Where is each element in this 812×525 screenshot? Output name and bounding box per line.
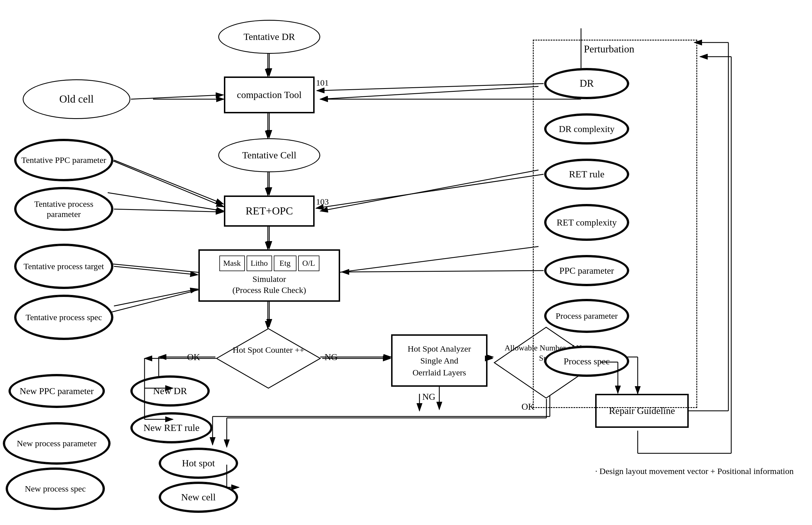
- svg-line-56: [316, 174, 544, 208]
- svg-line-58: [131, 95, 223, 99]
- hot-spot-analyzer-label: Hot Spot Analyzer: [408, 343, 471, 355]
- svg-line-26: [320, 170, 538, 211]
- label-101: 101: [316, 78, 329, 88]
- dr-complexity-node: DR complexity: [544, 113, 629, 145]
- svg-line-62: [114, 289, 198, 306]
- mask-box: Mask: [219, 256, 245, 271]
- new-ret-rule-node: New RET rule: [130, 412, 212, 444]
- svg-marker-32: [217, 329, 320, 388]
- footnote-label: · Design layout movement vector + Positi…: [595, 465, 794, 477]
- simulator-subtitle-label: (Process Rule Check): [232, 284, 306, 296]
- ng2-label: NG: [422, 391, 435, 403]
- ol-box: O/L: [298, 256, 320, 271]
- tentative-dr-node: Tentative DR: [218, 20, 320, 54]
- ret-complexity-node: RET complexity: [544, 204, 629, 241]
- svg-line-21: [108, 159, 224, 207]
- hot-spot-counter-node: Hot Spot Counter ++: [216, 327, 322, 390]
- svg-line-55: [317, 84, 544, 91]
- new-ppc-param-node: New PPC parameter: [9, 374, 105, 408]
- hot-spot-counter-label: Hot Spot Counter ++: [224, 344, 313, 355]
- hot-spot-single-label: Single And: [408, 355, 471, 366]
- svg-line-27: [320, 246, 538, 275]
- tentative-process-param-node: Tentative process parameter: [14, 187, 113, 231]
- new-dr-node: New DR: [130, 375, 210, 407]
- footnote-line1: · Design layout movement vector + Positi…: [595, 465, 794, 477]
- hot-spot-analyzer-node: Hot Spot Analyzer Single And Oerrlaid La…: [391, 334, 487, 387]
- hot-spot-node: Hot spot: [159, 448, 238, 479]
- compaction-tool-node: compaction Tool: [224, 76, 314, 113]
- tentative-process-spec-node: Tentative process spec: [14, 295, 113, 340]
- simulator-node: Mask Litho Etg O/L Simulator (Process Ru…: [198, 249, 340, 302]
- tentative-process-target-node: Tentative process target: [14, 244, 113, 289]
- etg-box: Etg: [274, 256, 296, 271]
- hot-spot-oerrlaid-label: Oerrlaid Layers: [408, 366, 471, 378]
- process-spec-node: Process spec: [544, 346, 629, 377]
- new-process-param-node: New process parameter: [3, 422, 110, 465]
- svg-line-59: [114, 160, 223, 204]
- svg-line-57: [341, 271, 544, 272]
- tentative-ppc-node: Tentative PPC parameter: [14, 139, 113, 181]
- label-103: 103: [316, 197, 329, 207]
- svg-line-25: [320, 86, 538, 99]
- ng1-label: NG: [325, 351, 338, 363]
- process-parameter-node: Process parameter: [544, 299, 629, 333]
- new-cell-node: New cell: [159, 482, 238, 513]
- litho-box: Litho: [247, 256, 272, 271]
- dr-node: DR: [544, 68, 629, 99]
- svg-line-61: [114, 266, 198, 275]
- ppc-parameter-node: PPC parameter: [544, 255, 629, 286]
- ret-rule-node: RET rule: [544, 159, 629, 190]
- simulator-title-label: Simulator: [232, 273, 306, 284]
- ret-opc-node: RET+OPC: [224, 195, 314, 227]
- tentative-cell-node: Tentative Cell: [218, 138, 320, 172]
- perturbation-label: Perturbation: [584, 43, 634, 56]
- old-cell-node: Old cell: [23, 79, 130, 119]
- svg-line-60: [114, 209, 223, 212]
- new-process-spec-node: New process spec: [6, 467, 105, 510]
- svg-line-22: [108, 193, 224, 211]
- ok1-label: OK: [187, 351, 200, 363]
